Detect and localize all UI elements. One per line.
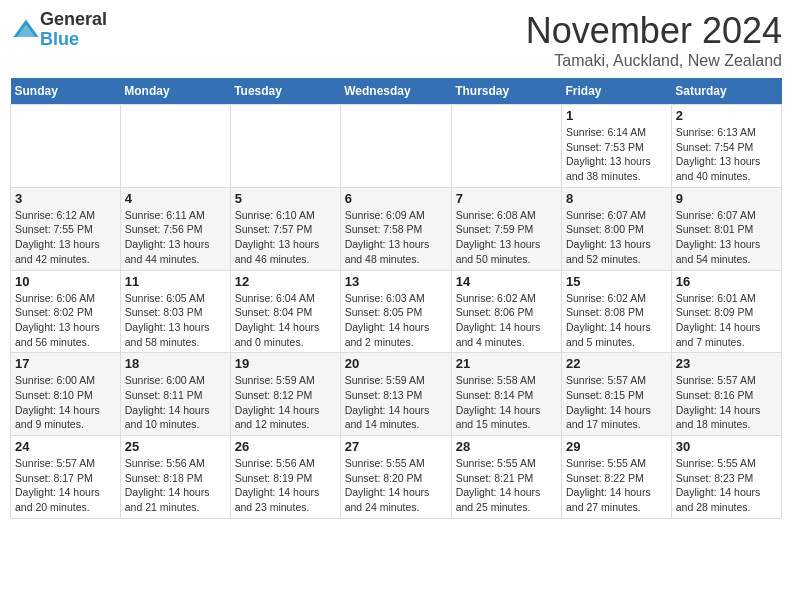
day-cell: 14Sunrise: 6:02 AM Sunset: 8:06 PM Dayli… — [451, 270, 561, 353]
day-cell: 9Sunrise: 6:07 AM Sunset: 8:01 PM Daylig… — [671, 187, 781, 270]
day-cell: 18Sunrise: 6:00 AM Sunset: 8:11 PM Dayli… — [120, 353, 230, 436]
day-info: Sunrise: 5:55 AM Sunset: 8:20 PM Dayligh… — [345, 456, 447, 515]
day-number: 23 — [676, 356, 777, 371]
day-cell: 5Sunrise: 6:10 AM Sunset: 7:57 PM Daylig… — [230, 187, 340, 270]
day-cell: 29Sunrise: 5:55 AM Sunset: 8:22 PM Dayli… — [562, 436, 672, 519]
header-cell-friday: Friday — [562, 78, 672, 105]
calendar-table: SundayMondayTuesdayWednesdayThursdayFrid… — [10, 78, 782, 519]
day-info: Sunrise: 6:00 AM Sunset: 8:11 PM Dayligh… — [125, 373, 226, 432]
day-number: 19 — [235, 356, 336, 371]
day-number: 25 — [125, 439, 226, 454]
day-number: 30 — [676, 439, 777, 454]
logo-general-text: General — [40, 9, 107, 29]
logo-blue-text: Blue — [40, 29, 79, 49]
day-info: Sunrise: 6:02 AM Sunset: 8:08 PM Dayligh… — [566, 291, 667, 350]
day-cell: 20Sunrise: 5:59 AM Sunset: 8:13 PM Dayli… — [340, 353, 451, 436]
day-cell: 22Sunrise: 5:57 AM Sunset: 8:15 PM Dayli… — [562, 353, 672, 436]
day-number: 11 — [125, 274, 226, 289]
day-info: Sunrise: 6:05 AM Sunset: 8:03 PM Dayligh… — [125, 291, 226, 350]
day-info: Sunrise: 5:57 AM Sunset: 8:17 PM Dayligh… — [15, 456, 116, 515]
day-number: 20 — [345, 356, 447, 371]
day-number: 16 — [676, 274, 777, 289]
day-info: Sunrise: 5:55 AM Sunset: 8:22 PM Dayligh… — [566, 456, 667, 515]
day-info: Sunrise: 6:08 AM Sunset: 7:59 PM Dayligh… — [456, 208, 557, 267]
day-info: Sunrise: 6:06 AM Sunset: 8:02 PM Dayligh… — [15, 291, 116, 350]
day-info: Sunrise: 5:55 AM Sunset: 8:23 PM Dayligh… — [676, 456, 777, 515]
day-info: Sunrise: 5:59 AM Sunset: 8:13 PM Dayligh… — [345, 373, 447, 432]
logo-icon — [12, 16, 40, 44]
day-info: Sunrise: 6:11 AM Sunset: 7:56 PM Dayligh… — [125, 208, 226, 267]
day-number: 5 — [235, 191, 336, 206]
day-cell: 27Sunrise: 5:55 AM Sunset: 8:20 PM Dayli… — [340, 436, 451, 519]
day-cell: 3Sunrise: 6:12 AM Sunset: 7:55 PM Daylig… — [11, 187, 121, 270]
day-info: Sunrise: 6:07 AM Sunset: 8:00 PM Dayligh… — [566, 208, 667, 267]
day-number: 15 — [566, 274, 667, 289]
day-cell: 15Sunrise: 6:02 AM Sunset: 8:08 PM Dayli… — [562, 270, 672, 353]
day-number: 9 — [676, 191, 777, 206]
header-cell-monday: Monday — [120, 78, 230, 105]
day-info: Sunrise: 6:01 AM Sunset: 8:09 PM Dayligh… — [676, 291, 777, 350]
header-cell-sunday: Sunday — [11, 78, 121, 105]
day-info: Sunrise: 6:00 AM Sunset: 8:10 PM Dayligh… — [15, 373, 116, 432]
header-cell-thursday: Thursday — [451, 78, 561, 105]
day-cell: 4Sunrise: 6:11 AM Sunset: 7:56 PM Daylig… — [120, 187, 230, 270]
day-cell: 19Sunrise: 5:59 AM Sunset: 8:12 PM Dayli… — [230, 353, 340, 436]
title-area: November 2024 Tamaki, Auckland, New Zeal… — [526, 10, 782, 70]
header-row: SundayMondayTuesdayWednesdayThursdayFrid… — [11, 78, 782, 105]
day-cell: 23Sunrise: 5:57 AM Sunset: 8:16 PM Dayli… — [671, 353, 781, 436]
week-row-3: 10Sunrise: 6:06 AM Sunset: 8:02 PM Dayli… — [11, 270, 782, 353]
day-number: 2 — [676, 108, 777, 123]
day-number: 4 — [125, 191, 226, 206]
day-cell: 17Sunrise: 6:00 AM Sunset: 8:10 PM Dayli… — [11, 353, 121, 436]
day-info: Sunrise: 5:56 AM Sunset: 8:18 PM Dayligh… — [125, 456, 226, 515]
day-cell: 24Sunrise: 5:57 AM Sunset: 8:17 PM Dayli… — [11, 436, 121, 519]
day-cell: 2Sunrise: 6:13 AM Sunset: 7:54 PM Daylig… — [671, 105, 781, 188]
day-cell: 13Sunrise: 6:03 AM Sunset: 8:05 PM Dayli… — [340, 270, 451, 353]
day-number: 22 — [566, 356, 667, 371]
day-info: Sunrise: 6:02 AM Sunset: 8:06 PM Dayligh… — [456, 291, 557, 350]
day-info: Sunrise: 6:12 AM Sunset: 7:55 PM Dayligh… — [15, 208, 116, 267]
page-header: General Blue November 2024 Tamaki, Auckl… — [10, 10, 782, 70]
day-cell: 28Sunrise: 5:55 AM Sunset: 8:21 PM Dayli… — [451, 436, 561, 519]
day-cell: 30Sunrise: 5:55 AM Sunset: 8:23 PM Dayli… — [671, 436, 781, 519]
day-info: Sunrise: 6:10 AM Sunset: 7:57 PM Dayligh… — [235, 208, 336, 267]
week-row-1: 1Sunrise: 6:14 AM Sunset: 7:53 PM Daylig… — [11, 105, 782, 188]
day-number: 7 — [456, 191, 557, 206]
day-info: Sunrise: 5:58 AM Sunset: 8:14 PM Dayligh… — [456, 373, 557, 432]
day-number: 28 — [456, 439, 557, 454]
day-cell — [11, 105, 121, 188]
day-number: 1 — [566, 108, 667, 123]
day-info: Sunrise: 6:13 AM Sunset: 7:54 PM Dayligh… — [676, 125, 777, 184]
day-cell — [451, 105, 561, 188]
week-row-5: 24Sunrise: 5:57 AM Sunset: 8:17 PM Dayli… — [11, 436, 782, 519]
day-number: 8 — [566, 191, 667, 206]
day-info: Sunrise: 5:55 AM Sunset: 8:21 PM Dayligh… — [456, 456, 557, 515]
day-cell: 12Sunrise: 6:04 AM Sunset: 8:04 PM Dayli… — [230, 270, 340, 353]
day-cell — [230, 105, 340, 188]
day-info: Sunrise: 6:04 AM Sunset: 8:04 PM Dayligh… — [235, 291, 336, 350]
day-number: 17 — [15, 356, 116, 371]
day-info: Sunrise: 5:57 AM Sunset: 8:15 PM Dayligh… — [566, 373, 667, 432]
location-subtitle: Tamaki, Auckland, New Zealand — [526, 52, 782, 70]
day-cell: 8Sunrise: 6:07 AM Sunset: 8:00 PM Daylig… — [562, 187, 672, 270]
day-cell: 11Sunrise: 6:05 AM Sunset: 8:03 PM Dayli… — [120, 270, 230, 353]
day-number: 24 — [15, 439, 116, 454]
day-cell: 21Sunrise: 5:58 AM Sunset: 8:14 PM Dayli… — [451, 353, 561, 436]
month-title: November 2024 — [526, 10, 782, 52]
day-cell: 6Sunrise: 6:09 AM Sunset: 7:58 PM Daylig… — [340, 187, 451, 270]
day-cell: 1Sunrise: 6:14 AM Sunset: 7:53 PM Daylig… — [562, 105, 672, 188]
day-info: Sunrise: 6:07 AM Sunset: 8:01 PM Dayligh… — [676, 208, 777, 267]
day-number: 12 — [235, 274, 336, 289]
day-cell: 16Sunrise: 6:01 AM Sunset: 8:09 PM Dayli… — [671, 270, 781, 353]
day-cell — [120, 105, 230, 188]
day-number: 10 — [15, 274, 116, 289]
day-cell: 10Sunrise: 6:06 AM Sunset: 8:02 PM Dayli… — [11, 270, 121, 353]
day-info: Sunrise: 6:09 AM Sunset: 7:58 PM Dayligh… — [345, 208, 447, 267]
day-cell: 7Sunrise: 6:08 AM Sunset: 7:59 PM Daylig… — [451, 187, 561, 270]
day-info: Sunrise: 6:14 AM Sunset: 7:53 PM Dayligh… — [566, 125, 667, 184]
day-number: 14 — [456, 274, 557, 289]
day-cell: 26Sunrise: 5:56 AM Sunset: 8:19 PM Dayli… — [230, 436, 340, 519]
day-number: 6 — [345, 191, 447, 206]
day-info: Sunrise: 5:59 AM Sunset: 8:12 PM Dayligh… — [235, 373, 336, 432]
day-cell — [340, 105, 451, 188]
